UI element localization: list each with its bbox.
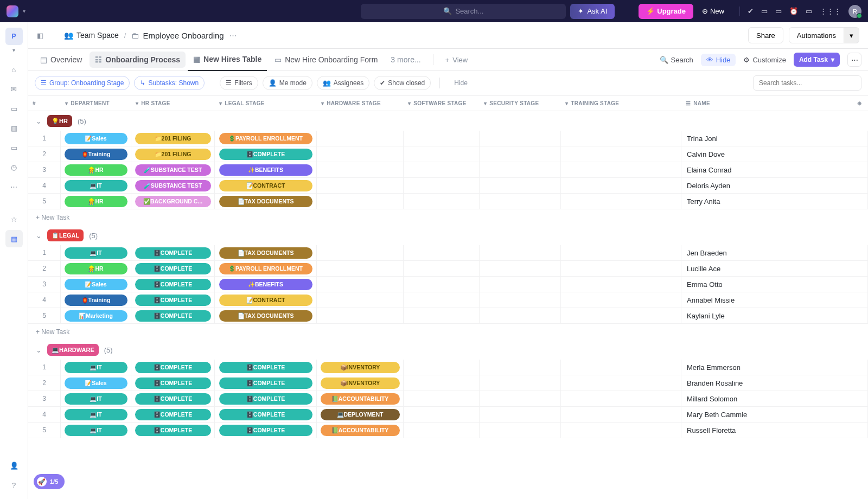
cell-hardware-stage[interactable]: 📦INVENTORY	[317, 360, 404, 375]
status-pill[interactable]: 🗄️COMPLETE	[135, 425, 211, 436]
cell-security-stage[interactable]	[480, 308, 561, 323]
status-pill[interactable]: 🗄️COMPLETE	[135, 279, 211, 290]
cell-legal-stage[interactable]: ✨BENEFITS	[215, 162, 317, 177]
cell-software-stage[interactable]	[404, 245, 480, 260]
cell-hardware-stage[interactable]: 💻DEPLOYMENT	[317, 407, 404, 422]
cell-department[interactable]: 📝Sales	[61, 277, 131, 292]
cell-training-stage[interactable]	[561, 131, 681, 146]
cell-name[interactable]: Jen Braeden	[681, 245, 868, 260]
cell-hr-stage[interactable]: 🗄️COMPLETE	[131, 292, 215, 308]
cell-department[interactable]: 🏮Training	[61, 146, 131, 162]
status-pill[interactable]: 👷HR	[65, 196, 127, 207]
cell-hr-stage[interactable]: 🧪SUBSTANCE TEST	[131, 178, 215, 193]
cell-name[interactable]: Trina Joni	[681, 131, 868, 146]
col-department[interactable]: ▾DEPARTMENT	[61, 100, 131, 106]
cell-department[interactable]: 💻IT	[61, 245, 131, 260]
clips-icon[interactable]: ▭	[5, 139, 23, 156]
status-pill[interactable]: 📗ACCOUNTABILITY	[321, 425, 400, 436]
cell-hardware-stage[interactable]	[317, 277, 404, 292]
cell-hardware-stage[interactable]: 📦INVENTORY	[317, 375, 404, 391]
status-pill[interactable]: 🏮Training	[65, 149, 127, 160]
app-logo[interactable]	[7, 5, 18, 17]
cell-software-stage[interactable]	[404, 146, 480, 162]
status-pill[interactable]: 📝Sales	[65, 279, 127, 290]
status-pill[interactable]: 💻IT	[65, 425, 127, 436]
group-header[interactable]: ⌄💻HARDWARE(5)	[28, 340, 868, 360]
status-pill[interactable]: 🏮Training	[65, 295, 127, 306]
help-icon[interactable]: ?	[5, 476, 23, 494]
status-pill[interactable]: 🗄️COMPLETE	[219, 393, 312, 405]
hide-columns-button[interactable]: 👁Hide	[701, 54, 736, 66]
status-pill[interactable]: 📁201 FILING	[135, 149, 211, 160]
cell-name[interactable]: Emma Otto	[681, 277, 868, 292]
table-row[interactable]: 5📊Marketing🗄️COMPLETE📄TAX DOCUMENTSKayla…	[28, 308, 868, 324]
cell-department[interactable]: 📝Sales	[61, 131, 131, 146]
cell-training-stage[interactable]	[561, 178, 681, 193]
table-row[interactable]: 1📝Sales📁201 FILING💲PAYROLL ENROLLMENTTri…	[28, 131, 868, 146]
cell-legal-stage[interactable]: 📝CONTRACT	[215, 292, 317, 308]
cell-security-stage[interactable]	[480, 375, 561, 391]
cell-security-stage[interactable]	[480, 194, 561, 209]
table-row[interactable]: 5💻IT🗄️COMPLETE🗄️COMPLETE📗ACCOUNTABILITYR…	[28, 423, 868, 438]
status-pill[interactable]: 📄TAX DOCUMENTS	[219, 247, 312, 259]
cell-hr-stage[interactable]: ✅BACKGROUND C...	[131, 194, 215, 209]
cell-name[interactable]: Lucille Ace	[681, 261, 868, 276]
cell-software-stage[interactable]	[404, 407, 480, 422]
status-pill[interactable]: 📊Marketing	[65, 310, 127, 322]
cell-training-stage[interactable]	[561, 407, 681, 422]
cell-software-stage[interactable]	[404, 178, 480, 193]
cell-hardware-stage[interactable]	[317, 146, 404, 162]
status-pill[interactable]: 🗄️COMPLETE	[219, 425, 312, 436]
dashboards-icon[interactable]: ▥	[5, 119, 23, 137]
col-hr-stage[interactable]: ▾HR STAGE	[131, 100, 215, 106]
video-icon[interactable]: ▭	[775, 7, 782, 15]
status-pill[interactable]: 🗄️COMPLETE	[135, 263, 211, 274]
chevron-down-icon[interactable]: ⌄	[36, 117, 42, 125]
cell-security-stage[interactable]	[480, 131, 561, 146]
timesheets-icon[interactable]: ◷	[5, 158, 23, 176]
cell-legal-stage[interactable]: 🗄️COMPLETE	[215, 146, 317, 162]
cell-hr-stage[interactable]: 🗄️COMPLETE	[131, 407, 215, 422]
share-button[interactable]: Share	[748, 27, 783, 43]
cell-department[interactable]: 👷HR	[61, 194, 131, 209]
cell-security-stage[interactable]	[480, 261, 561, 276]
more-icon[interactable]: ⋯	[5, 178, 23, 195]
status-pill[interactable]: 🗄️COMPLETE	[135, 295, 211, 306]
cell-hr-stage[interactable]: 🗄️COMPLETE	[131, 375, 215, 391]
cell-hardware-stage[interactable]	[317, 308, 404, 323]
col-hardware-stage[interactable]: ▾HARDWARE STAGE	[317, 100, 404, 106]
cell-security-stage[interactable]	[480, 146, 561, 162]
cell-training-stage[interactable]	[561, 308, 681, 323]
global-search[interactable]: 🔍 Search...	[361, 4, 566, 19]
home-icon[interactable]: ⌂	[5, 61, 23, 78]
status-pill[interactable]: 💻IT	[65, 393, 127, 405]
col-software-stage[interactable]: ▾SOFTWARE STAGE	[404, 100, 480, 106]
inbox-icon[interactable]: ✉	[5, 80, 23, 98]
status-pill[interactable]: ✨BENEFITS	[219, 164, 312, 176]
cell-security-stage[interactable]	[480, 292, 561, 308]
show-closed-chip[interactable]: ✔Show closed	[374, 76, 431, 90]
cell-training-stage[interactable]	[561, 162, 681, 177]
cell-hardware-stage[interactable]	[317, 131, 404, 146]
new-button[interactable]: ⊕ New	[702, 7, 724, 15]
status-pill[interactable]: 📝CONTRACT	[219, 180, 312, 191]
search-view-button[interactable]: 🔍Search	[660, 56, 693, 64]
table-row[interactable]: 3👷HR🧪SUBSTANCE TEST✨BENEFITSElaina Conra…	[28, 162, 868, 178]
cell-department[interactable]: 💻IT	[61, 423, 131, 438]
tab-overview[interactable]: ▤Overview	[35, 52, 87, 68]
cell-name[interactable]: Russell Floretta	[681, 423, 868, 438]
col-legal-stage[interactable]: ▾LEGAL STAGE	[215, 100, 317, 106]
status-pill[interactable]: 🗄️COMPLETE	[135, 409, 211, 420]
cell-name[interactable]: Merla Emmerson	[681, 360, 868, 375]
cell-software-stage[interactable]	[404, 277, 480, 292]
status-pill[interactable]: 💻IT	[65, 180, 127, 191]
status-pill[interactable]: 💲PAYROLL ENROLLMENT	[219, 263, 312, 274]
status-pill[interactable]: ✨BENEFITS	[219, 279, 312, 290]
cell-department[interactable]: 💻IT	[61, 178, 131, 193]
cell-software-stage[interactable]	[404, 292, 480, 308]
col-name[interactable]: ☰NAME	[681, 100, 851, 106]
cell-name[interactable]: Elaina Conrad	[681, 162, 868, 177]
status-pill[interactable]: 💲PAYROLL ENROLLMENT	[219, 133, 312, 144]
cell-security-stage[interactable]	[480, 423, 561, 438]
cell-department[interactable]: 📊Marketing	[61, 308, 131, 323]
